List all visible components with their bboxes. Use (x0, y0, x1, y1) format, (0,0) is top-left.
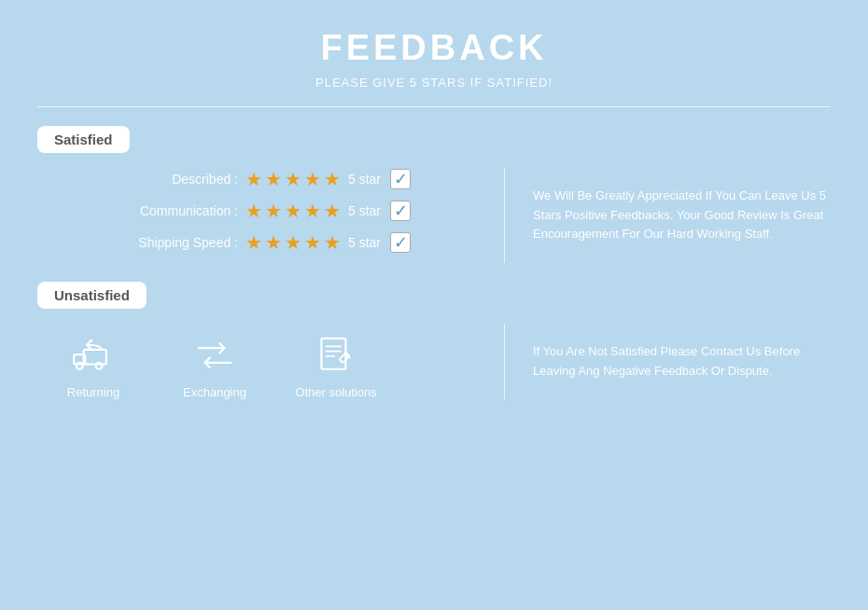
communication-label: Communication : (117, 203, 238, 218)
top-divider (37, 106, 831, 107)
unsatisfied-divider (504, 324, 505, 399)
star-4: ★ (304, 200, 321, 222)
returning-label: Returning (67, 385, 119, 399)
communication-count: 5 star (348, 203, 381, 218)
svg-point-3 (96, 363, 103, 369)
star-3: ★ (285, 200, 301, 222)
shipping-count: 5 star (348, 235, 381, 250)
exchange-icon (190, 333, 239, 378)
star-1: ★ (245, 168, 262, 190)
unsatisfied-message-panel: If You Are Not Satisfied Please Contact … (524, 324, 831, 399)
svg-point-2 (77, 363, 83, 369)
star-4: ★ (304, 231, 321, 254)
star-3: ★ (285, 168, 301, 190)
svg-rect-10 (339, 353, 349, 363)
satisfied-section: Satisfied Described : ★ ★ ★ ★ ★ 5 star ✓ (37, 126, 831, 272)
shipping-stars: ★ ★ ★ ★ ★ (245, 231, 341, 254)
page-title: FEEDBACK (320, 28, 547, 68)
shipping-checkbox[interactable]: ✓ (390, 232, 411, 253)
unsatisfied-options: Returning Exchanging (37, 324, 485, 399)
described-label: Described : (117, 172, 238, 187)
satisfied-badge[interactable]: Satisfied (37, 126, 130, 153)
described-checkbox[interactable]: ✓ (390, 169, 411, 189)
other-solutions-label: Other solutions (295, 385, 376, 399)
communication-stars: ★ ★ ★ ★ ★ (245, 200, 341, 222)
exchanging-label: Exchanging (183, 385, 246, 399)
document-edit-icon (312, 333, 360, 378)
described-stars: ★ ★ ★ ★ ★ (245, 168, 341, 190)
svg-rect-0 (84, 350, 106, 365)
star-1: ★ (245, 200, 262, 222)
feedback-page: FEEDBACK PLEASE GIVE 5 STARS IF SATIFIED… (0, 0, 868, 610)
communication-checkbox[interactable]: ✓ (390, 201, 411, 221)
unsatisfied-message: If You Are Not Satisfied Please Contact … (533, 342, 831, 381)
star-4: ★ (304, 168, 321, 190)
shipping-label: Shipping Speed : (117, 235, 238, 250)
satisfied-content: Described : ★ ★ ★ ★ ★ 5 star ✓ Communica… (37, 168, 831, 263)
shipping-row: Shipping Speed : ★ ★ ★ ★ ★ 5 star ✓ (37, 231, 467, 254)
star-5: ★ (324, 200, 341, 222)
star-1: ★ (245, 231, 262, 254)
satisfied-divider (504, 168, 505, 263)
star-2: ★ (265, 200, 282, 222)
satisfied-ratings: Described : ★ ★ ★ ★ ★ 5 star ✓ Communica… (37, 168, 485, 263)
satisfied-message: We Will Be Greatly Appreciated If You Ca… (533, 187, 831, 244)
exchanging-option[interactable]: Exchanging (168, 333, 261, 399)
unsatisfied-content: Returning Exchanging (37, 324, 831, 399)
truck-return-icon (69, 333, 118, 378)
option-icons: Returning Exchanging (37, 324, 467, 399)
unsatisfied-section: Unsatisfied (37, 282, 831, 409)
described-row: Described : ★ ★ ★ ★ ★ 5 star ✓ (37, 168, 467, 190)
star-5: ★ (324, 231, 341, 254)
other-solutions-option[interactable]: Other solutions (289, 333, 383, 399)
satisfied-message-panel: We Will Be Greatly Appreciated If You Ca… (524, 168, 831, 263)
star-5: ★ (324, 168, 341, 190)
communication-row: Communication : ★ ★ ★ ★ ★ 5 star ✓ (37, 200, 467, 222)
star-2: ★ (265, 231, 282, 254)
star-2: ★ (265, 168, 282, 190)
page-subtitle: PLEASE GIVE 5 STARS IF SATIFIED! (315, 76, 553, 90)
described-count: 5 star (348, 172, 381, 187)
returning-option[interactable]: Returning (47, 333, 140, 399)
star-3: ★ (285, 231, 301, 254)
unsatisfied-badge[interactable]: Unsatisfied (37, 282, 147, 309)
svg-rect-6 (321, 339, 345, 369)
